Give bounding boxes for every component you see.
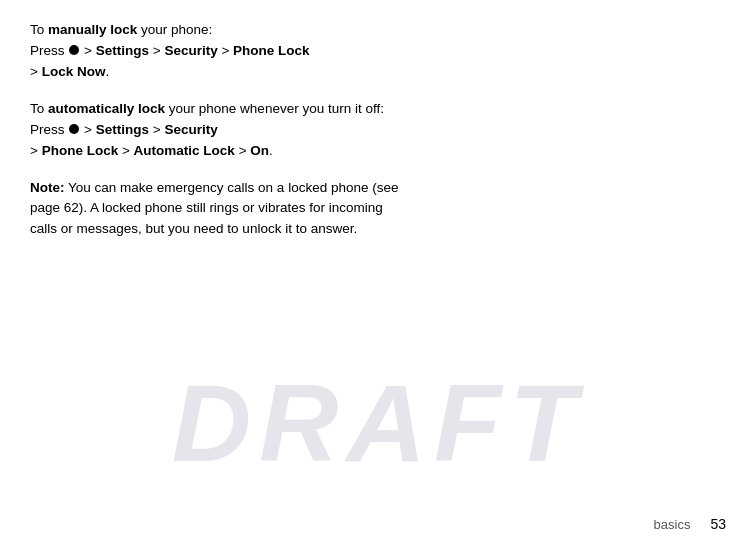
settings-ref-2: Settings — [96, 122, 149, 137]
page-footer: basics 53 — [654, 516, 726, 532]
page-container: To manually lock your phone: Press > Set… — [0, 0, 756, 546]
lock-now-ref: Lock Now — [42, 64, 106, 79]
automatically-lock-paragraph: To automatically lock your phone wheneve… — [30, 99, 410, 162]
gt2: > — [153, 43, 161, 58]
security-ref-1: Security — [164, 43, 217, 58]
gt8: > — [122, 143, 130, 158]
center-key-icon-2 — [69, 124, 79, 134]
auto-lock-intro: To — [30, 101, 48, 116]
center-key-icon — [69, 45, 79, 55]
manually-lock-rest: your phone: — [137, 22, 212, 37]
gt5: > — [84, 122, 92, 137]
gt4: > — [30, 64, 38, 79]
on-ref: On — [250, 143, 269, 158]
gt6: > — [153, 122, 161, 137]
gt3: > — [221, 43, 229, 58]
automatic-lock-ref: Automatic Lock — [134, 143, 235, 158]
gt7: > — [30, 143, 38, 158]
auto-lock-bold: automatically lock — [48, 101, 165, 116]
manually-lock-intro: To — [30, 22, 48, 37]
gt9: > — [239, 143, 247, 158]
note-paragraph: Note: You can make emergency calls on a … — [30, 178, 410, 241]
content-area: To manually lock your phone: Press > Set… — [30, 20, 410, 240]
settings-ref-1: Settings — [96, 43, 149, 58]
footer-page-number: 53 — [710, 516, 726, 532]
note-end: . — [353, 221, 357, 236]
gt1: > — [84, 43, 92, 58]
manually-lock-bold: manually lock — [48, 22, 137, 37]
phone-lock-ref-2: Phone Lock — [42, 143, 119, 158]
phone-lock-ref-1: Phone Lock — [233, 43, 310, 58]
manually-lock-paragraph: To manually lock your phone: Press > Set… — [30, 20, 410, 83]
draft-watermark: DRAFT — [172, 359, 585, 486]
note-label: Note: — [30, 180, 65, 195]
footer-section-label: basics — [654, 517, 691, 532]
press-label: Press — [30, 43, 65, 58]
security-ref-2: Security — [164, 122, 217, 137]
note-bold: but you need to unlock it to answer — [146, 221, 354, 236]
